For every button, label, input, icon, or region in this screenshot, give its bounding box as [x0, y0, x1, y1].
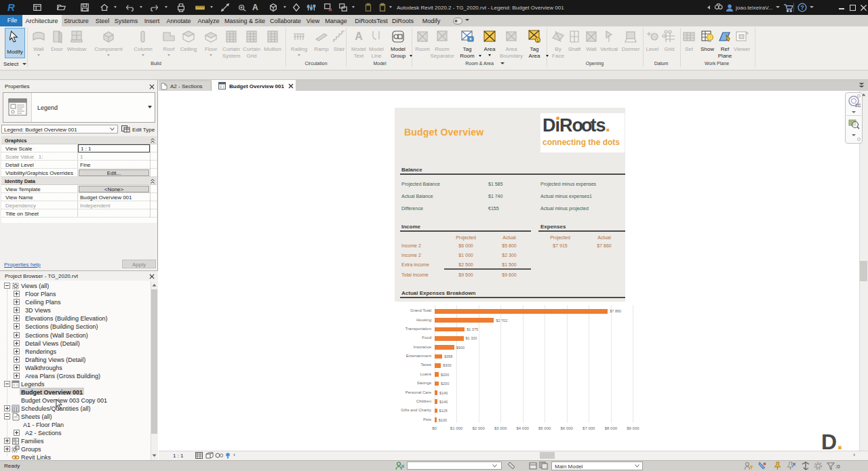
svg-text:A: A — [355, 30, 363, 42]
svg-text:2D: 2D — [855, 103, 861, 108]
svg-text:?: ? — [800, 4, 804, 11]
